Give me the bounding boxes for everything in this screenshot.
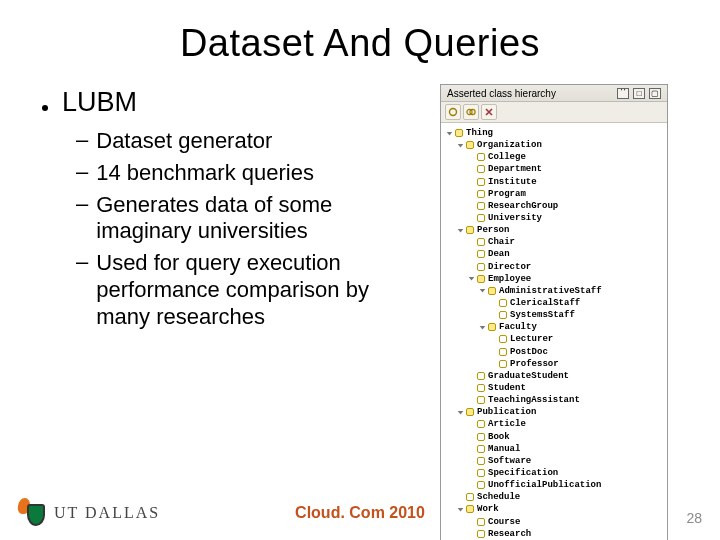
toolbar-button[interactable] (463, 104, 479, 120)
tree-node[interactable]: SystemsStaff (489, 309, 665, 321)
tree-node[interactable]: PostDoc (489, 346, 665, 358)
svg-point-0 (450, 109, 457, 116)
tree-node[interactable]: Professor (489, 358, 665, 370)
panel-title: Asserted class hierarchy (447, 88, 556, 99)
bullet-dot-icon (42, 105, 48, 111)
tree-node[interactable]: Organization (456, 139, 665, 151)
tree-node[interactable]: ResearchGroup (467, 200, 665, 212)
class-icon (477, 153, 485, 161)
spacer-icon (467, 432, 476, 441)
tree-node-root[interactable]: Thing (445, 127, 665, 139)
toolbar-button[interactable] (481, 104, 497, 120)
class-hierarchy-panel: Asserted class hierarchy ॱॱ □ ▢ Thing (440, 84, 668, 540)
dash-icon: – (76, 192, 88, 216)
tree-node[interactable]: Book (467, 431, 665, 443)
tree-node[interactable]: Manual (467, 443, 665, 455)
class-icon (477, 165, 485, 173)
panel-control-button[interactable]: □ (633, 88, 645, 99)
chevron-down-icon[interactable] (456, 141, 465, 150)
toolbar-button[interactable] (445, 104, 461, 120)
tree-node[interactable]: Employee (467, 273, 665, 285)
class-icon (466, 408, 474, 416)
spacer-icon (467, 420, 476, 429)
class-icon (499, 299, 507, 307)
tree-node[interactable]: Department (467, 163, 665, 175)
sub-bullet-1: – Dataset generator (76, 128, 400, 155)
node-label: Chair (488, 236, 515, 248)
tree-node[interactable]: College (467, 151, 665, 163)
tree-node[interactable]: University (467, 212, 665, 224)
tree-node[interactable]: Program (467, 188, 665, 200)
tree-node[interactable]: Student (467, 382, 665, 394)
tree-node[interactable]: Lecturer (489, 333, 665, 345)
chevron-down-icon[interactable] (456, 408, 465, 417)
spacer-icon (467, 396, 476, 405)
spacer-icon (467, 214, 476, 223)
chevron-down-icon[interactable] (445, 129, 454, 138)
chevron-down-icon[interactable] (456, 226, 465, 235)
class-icon (477, 372, 485, 380)
class-icon (466, 141, 474, 149)
node-label: Department (488, 163, 542, 175)
tree-node[interactable]: Director (467, 261, 665, 273)
footer-center-text: Cloud. Com 2010 (0, 504, 720, 522)
node-label: Research (488, 528, 531, 540)
node-label: Professor (510, 358, 559, 370)
sub-bullet-4: – Used for query execution performance c… (76, 250, 400, 330)
page-number: 28 (686, 510, 702, 526)
tree-node[interactable]: Chair (467, 236, 665, 248)
panel-control-button[interactable]: ▢ (649, 88, 661, 99)
tree-node[interactable]: UnofficialPublication (467, 479, 665, 491)
node-label: TeachingAssistant (488, 394, 580, 406)
spacer-icon (489, 299, 498, 308)
node-label: Article (488, 418, 526, 430)
class-icon (488, 287, 496, 295)
class-icon (477, 384, 485, 392)
class-icon (499, 360, 507, 368)
class-icon (477, 250, 485, 258)
spacer-icon (467, 189, 476, 198)
chevron-down-icon[interactable] (478, 286, 487, 295)
tree-node[interactable]: Specification (467, 467, 665, 479)
spacer-icon (467, 238, 476, 247)
class-icon (477, 469, 485, 477)
tree-node[interactable]: Research (467, 528, 665, 540)
tree-node[interactable]: Software (467, 455, 665, 467)
class-icon (477, 481, 485, 489)
tree-node[interactable]: Faculty (478, 321, 665, 333)
footer: UT DALLAS Cloud. Com 2010 (0, 498, 720, 528)
node-label: Dean (488, 248, 510, 260)
node-label: Manual (488, 443, 520, 455)
tree-node[interactable]: Person (456, 224, 665, 236)
panel-control-button[interactable]: ॱॱ (617, 88, 629, 99)
node-label: Institute (488, 176, 537, 188)
node-label: Employee (488, 273, 531, 285)
spacer-icon (467, 153, 476, 162)
class-tree[interactable]: Thing Organization College Department (441, 123, 667, 540)
class-icon (477, 420, 485, 428)
tree-node[interactable]: Publication (456, 406, 665, 418)
chevron-down-icon[interactable] (467, 274, 476, 283)
chevron-down-icon[interactable] (478, 323, 487, 332)
node-label: ClericalStaff (510, 297, 580, 309)
tree-node[interactable]: Institute (467, 176, 665, 188)
node-label: PostDoc (510, 346, 548, 358)
spacer-icon (489, 335, 498, 344)
bullet-text: LUBM (62, 87, 137, 118)
class-icon (499, 348, 507, 356)
spacer-icon (467, 456, 476, 465)
tree-node[interactable]: TeachingAssistant (467, 394, 665, 406)
tree-node[interactable]: Article (467, 418, 665, 430)
class-icon (477, 202, 485, 210)
dash-icon: – (76, 160, 88, 184)
spacer-icon (467, 444, 476, 453)
left-column: LUBM – Dataset generator – 14 benchmark … (0, 87, 400, 336)
tree-node[interactable]: AdministrativeStaff (478, 285, 665, 297)
class-icon (455, 129, 463, 137)
node-label: College (488, 151, 526, 163)
tree-node[interactable]: ClericalStaff (489, 297, 665, 309)
tree-node[interactable]: Dean (467, 248, 665, 260)
tree-node[interactable]: GraduateStudent (467, 370, 665, 382)
spacer-icon (467, 529, 476, 538)
spacer-icon (467, 165, 476, 174)
